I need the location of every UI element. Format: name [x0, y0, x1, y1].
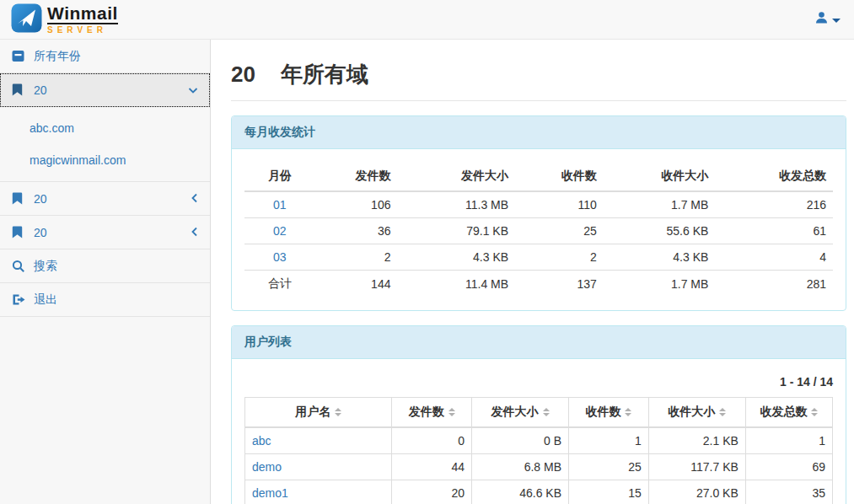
bookmark-icon: [12, 226, 27, 239]
top-navbar: Winmail SERVER: [0, 0, 854, 40]
table-row: demo446.8 MB25117.7 KB69: [245, 454, 833, 480]
cell: 117.7 KB: [648, 454, 745, 480]
sidebar: 所有年份 20 abc.com magicwinmail.com: [0, 40, 211, 504]
sidebar-item-all-years[interactable]: 所有年份: [0, 40, 210, 73]
sidebar-item-search[interactable]: 搜索: [0, 249, 210, 283]
cell: 106: [315, 191, 398, 218]
sidebar-item-year-2[interactable]: 20: [0, 182, 210, 216]
cell: 02: [244, 218, 315, 244]
brand-name: Winmail: [47, 4, 118, 24]
page-title-year: 20: [231, 62, 255, 87]
cell: 1: [745, 427, 832, 454]
cell: 55.6 KB: [604, 218, 716, 244]
cell: 281: [715, 271, 833, 298]
row-link[interactable]: 02: [273, 224, 287, 238]
page-title: 20年所有域: [231, 60, 846, 101]
cell: abc: [245, 427, 392, 454]
cell: 01: [244, 191, 315, 218]
sidebar-item-label: 所有年份: [34, 49, 198, 64]
sidebar-domain-submenu: abc.com magicwinmail.com: [0, 107, 210, 182]
table-row: demo12046.6 KB1527.0 KB35: [245, 480, 833, 504]
sort-icon: [543, 408, 550, 416]
cell: 合计: [244, 271, 315, 298]
column-header: 发件数: [315, 162, 398, 191]
sort-icon: [335, 408, 341, 416]
bookmark-icon: [12, 192, 27, 205]
table-row: 0110611.3 MB1101.7 MB216: [244, 191, 833, 218]
user-menu-button[interactable]: [814, 11, 841, 28]
cell: 137: [515, 271, 604, 298]
header-row: 用户名发件数发件大小收件数收件大小收发总数: [245, 398, 833, 428]
cell: 216: [715, 191, 833, 218]
sort-icon: [448, 408, 455, 416]
column-header: 收件大小: [604, 162, 716, 191]
sidebar-item-label: 20: [34, 192, 191, 206]
brand-subtitle: SERVER: [47, 26, 118, 35]
column-header[interactable]: 用户名: [245, 398, 392, 428]
sort-icon: [811, 408, 818, 416]
cell: 1: [569, 427, 649, 454]
cell: 11.4 MB: [397, 271, 515, 298]
cell: 4.3 KB: [604, 244, 716, 271]
cell: 25: [515, 218, 604, 244]
minus-square-icon: [12, 50, 27, 62]
total-row: 合计14411.4 MB1371.7 MB281: [244, 271, 833, 298]
winmail-logo-icon: [11, 3, 42, 36]
cell: 2: [515, 244, 604, 271]
user-icon: [814, 11, 829, 28]
sort-icon: [719, 408, 726, 416]
pagination-range: 1 - 14 / 14: [244, 375, 833, 389]
sidebar-subitem-abc-com[interactable]: abc.com: [0, 112, 210, 144]
search-icon: [12, 260, 27, 273]
page-title-text: 年所有域: [281, 62, 368, 87]
header-row: 月份发件数发件大小收件数收件大小收发总数: [244, 162, 833, 191]
cell: 46.6 KB: [472, 480, 569, 504]
sidebar-item-label: 搜索: [34, 259, 198, 274]
chevron-down-icon: [188, 83, 198, 97]
monthly-stats-panel-title: 每月收发统计: [232, 116, 846, 149]
cell: 11.3 MB: [397, 191, 515, 218]
column-header: 收发总数: [715, 162, 833, 191]
row-link[interactable]: demo: [252, 460, 282, 474]
sidebar-item-year-expanded[interactable]: 20: [0, 73, 210, 107]
table-row: abc00 B12.1 KB1: [245, 427, 833, 454]
row-link[interactable]: abc: [252, 434, 271, 448]
sidebar-item-logout[interactable]: 退出: [0, 283, 210, 317]
row-link[interactable]: demo1: [252, 486, 288, 500]
cell: 6.8 MB: [472, 454, 569, 480]
column-header[interactable]: 收发总数: [745, 398, 832, 428]
column-header[interactable]: 收件数: [569, 398, 649, 428]
cell: 35: [745, 480, 832, 504]
sidebar-item-label: 20: [34, 83, 188, 97]
cell: 69: [745, 454, 832, 480]
column-header: 月份: [244, 162, 315, 191]
table-row: 023679.1 KB2555.6 KB61: [244, 218, 833, 244]
user-list-panel-title: 用户列表: [232, 326, 846, 359]
sidebar-subitem-magicwinmail-com[interactable]: magicwinmail.com: [0, 144, 210, 176]
sign-out-icon: [12, 293, 27, 306]
cell: 1.7 MB: [604, 271, 716, 298]
cell: demo: [245, 454, 392, 480]
table-row: 0324.3 KB24.3 KB4: [244, 244, 833, 271]
sort-icon: [625, 408, 631, 416]
column-header[interactable]: 收件大小: [648, 398, 745, 428]
cell: 2.1 KB: [648, 427, 745, 454]
cell: 110: [515, 191, 604, 218]
cell: 03: [244, 244, 315, 271]
cell: 0: [392, 427, 472, 454]
chevron-left-icon: [191, 192, 198, 206]
brand-logo[interactable]: Winmail SERVER: [11, 3, 118, 36]
row-link[interactable]: 01: [273, 198, 287, 212]
sidebar-item-year-3[interactable]: 20: [0, 216, 210, 249]
cell: 0 B: [472, 427, 569, 454]
column-header[interactable]: 发件数: [392, 398, 472, 428]
cell: 20: [392, 480, 472, 504]
column-header[interactable]: 发件大小: [472, 398, 569, 428]
user-list-table: 用户名发件数发件大小收件数收件大小收发总数abc00 B12.1 KB1demo…: [244, 397, 833, 504]
row-link[interactable]: 03: [273, 250, 287, 264]
caret-down-icon: [832, 19, 841, 23]
cell: 2: [315, 244, 398, 271]
chevron-left-icon: [191, 226, 198, 239]
cell: 44: [392, 454, 472, 480]
column-header: 收件数: [515, 162, 604, 191]
